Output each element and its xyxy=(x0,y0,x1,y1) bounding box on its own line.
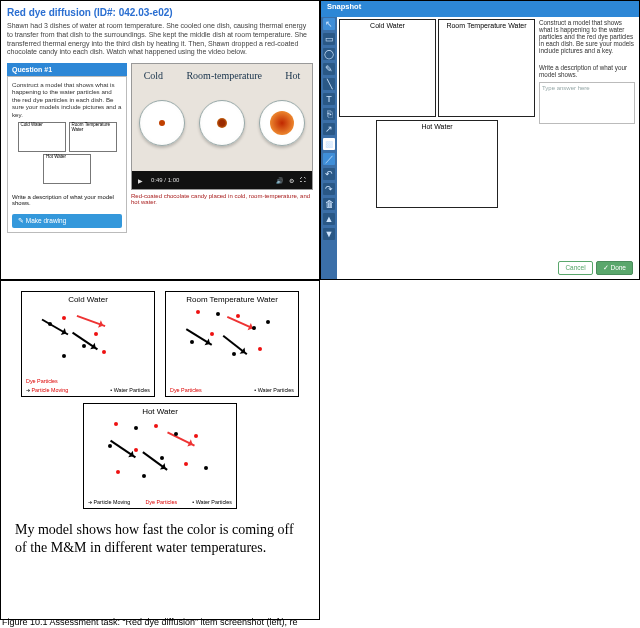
mini-box-hot: Hot Water xyxy=(43,154,91,184)
snapshot-header: Snapshot xyxy=(321,1,639,17)
response-box-cold: Cold Water ➔ Particle Moving • Water Par… xyxy=(21,291,155,397)
question-box: Construct a model that shows what is hap… xyxy=(7,76,127,233)
drawing-canvas[interactable]: Cold Water Room Temperature Water Hot Wa… xyxy=(339,19,535,277)
question-header: Question #1 xyxy=(7,63,127,76)
question-prompt: Construct a model that shows what is hap… xyxy=(12,81,122,118)
side-prompt: Construct a model that shows what is hap… xyxy=(539,19,635,54)
response-box-hot: Hot Water ➔ Particle Moving Dye Particle… xyxy=(83,403,237,509)
canvas-box-room[interactable]: Room Temperature Water xyxy=(438,19,535,117)
answer-textarea[interactable]: Type answer here xyxy=(539,82,635,124)
video-time: 0:49 / 1:00 xyxy=(151,177,179,183)
circle-tool-icon[interactable]: ◯ xyxy=(323,48,335,60)
back-tool-icon[interactable]: ▼ xyxy=(323,228,335,240)
figure-caption: Figure 10.1 Assessment task: “Red dye di… xyxy=(2,617,297,627)
text-tool-icon[interactable]: T xyxy=(323,93,335,105)
volume-icon[interactable]: 🔊 xyxy=(276,177,283,184)
item-screenshot-panel: Red dye diffusion (ID#: 042.03-e02) Shaw… xyxy=(0,0,320,280)
student-answer-text: My model shows how fast the color is com… xyxy=(15,521,305,556)
make-drawing-button[interactable]: ✎ Make drawing xyxy=(12,214,122,228)
color-tool-icon[interactable]: ▩ xyxy=(323,138,335,150)
video-frame[interactable]: Cold Room-temperature Hot ▶ 0:49 / 1:00 … xyxy=(131,63,313,190)
arrow-tool-icon[interactable]: ↗ xyxy=(323,123,335,135)
fullscreen-icon[interactable]: ⛶ xyxy=(300,177,306,184)
clone-tool-icon[interactable]: ⎘ xyxy=(323,108,335,120)
redo-tool-icon[interactable]: ↷ xyxy=(323,183,335,195)
dish-hot xyxy=(259,100,305,146)
student-response-panel: Cold Water ➔ Particle Moving • Water Par… xyxy=(0,280,320,620)
settings-icon[interactable]: ⚙ xyxy=(289,177,294,184)
video-label-cold: Cold xyxy=(144,70,163,81)
dish-cold xyxy=(139,100,185,146)
done-button[interactable]: ✓ Done xyxy=(596,261,633,275)
rect-tool-icon[interactable]: ▭ xyxy=(323,33,335,45)
video-label-room: Room-temperature xyxy=(186,70,262,81)
dish-room xyxy=(199,100,245,146)
play-icon[interactable]: ▶ xyxy=(138,177,143,184)
mini-box-cold: Cold Water xyxy=(18,122,66,152)
cursor-tool-icon[interactable]: ↖ xyxy=(323,18,335,30)
pencil-tool-icon[interactable]: ✎ xyxy=(323,63,335,75)
front-tool-icon[interactable]: ▲ xyxy=(323,213,335,225)
canvas-box-hot[interactable]: Hot Water xyxy=(376,120,498,208)
video-label-hot: Hot xyxy=(285,70,300,81)
item-title: Red dye diffusion (ID#: 042.03-e02) xyxy=(7,7,313,18)
video-caption: Red-coated chocolate candy placed in col… xyxy=(131,193,313,205)
describe-line: Write a description of what your model s… xyxy=(12,194,122,206)
stroke-tool-icon[interactable]: ／ xyxy=(323,153,335,165)
drawing-tool-panel: Snapshot ↖ ▭ ◯ ✎ ╲ T ⎘ ↗ ▩ ／ ↶ ↷ 🗑 ▲ ▼ C… xyxy=(320,0,640,280)
side-prompt-panel: Construct a model that shows what is hap… xyxy=(539,19,635,277)
line-tool-icon[interactable]: ╲ xyxy=(323,78,335,90)
mini-box-room: Room Temperature Water xyxy=(69,122,117,152)
item-description: Shawn had 3 dishes of water at room temp… xyxy=(7,22,313,57)
tool-column: ↖ ▭ ◯ ✎ ╲ T ⎘ ↗ ▩ ／ ↶ ↷ 🗑 ▲ ▼ xyxy=(321,15,337,279)
trash-tool-icon[interactable]: 🗑 xyxy=(323,198,335,210)
response-box-room: Room Temperature Water Dye Particles • W… xyxy=(165,291,299,397)
canvas-box-cold[interactable]: Cold Water xyxy=(339,19,436,117)
cancel-button[interactable]: Cancel xyxy=(558,261,592,275)
side-desc-line: Write a description of what your model s… xyxy=(539,64,635,78)
video-controls[interactable]: ▶ 0:49 / 1:00 🔊 ⚙ ⛶ xyxy=(132,171,312,189)
undo-tool-icon[interactable]: ↶ xyxy=(323,168,335,180)
